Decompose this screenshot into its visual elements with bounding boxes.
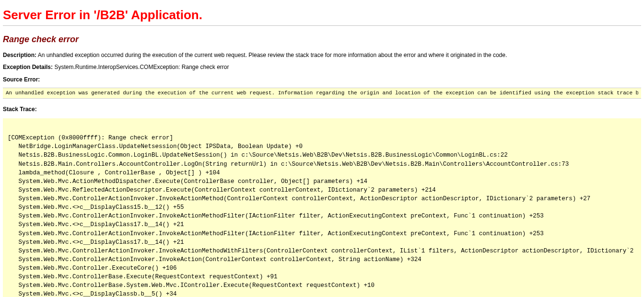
server-error-header: Server Error in '/B2B' Application. <box>3 8 641 23</box>
stack-trace-label-line: Stack Trace: <box>3 105 641 114</box>
exception-details-label: Exception Details: <box>3 64 53 70</box>
source-error-box: An unhandled exception was generated dur… <box>3 88 641 99</box>
stack-trace-text: [COMException (0x8000ffff): Range check … <box>8 125 636 297</box>
divider <box>3 25 641 26</box>
source-error-text: An unhandled exception was generated dur… <box>6 89 638 97</box>
source-error-label-line: Source Error: <box>3 76 641 84</box>
description-line: Description: An unhandled exception occu… <box>3 51 641 59</box>
error-subheader: Range check error <box>3 34 641 45</box>
source-error-label: Source Error: <box>3 76 40 83</box>
description-label: Description: <box>3 52 36 58</box>
stack-trace-label: Stack Trace: <box>3 106 37 113</box>
description-text: An unhandled exception occurred during t… <box>38 52 507 58</box>
stack-trace-box: [COMException (0x8000ffff): Range check … <box>3 118 641 297</box>
exception-details-line: Exception Details: System.Runtime.Intero… <box>3 63 641 71</box>
exception-details-text: System.Runtime.InteropServices.COMExcept… <box>54 64 229 70</box>
